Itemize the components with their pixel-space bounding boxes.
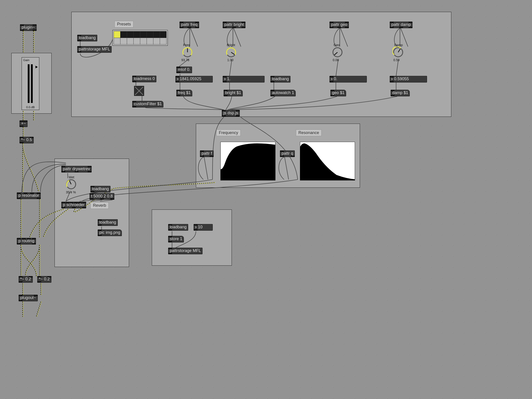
- res-table[interactable]: [300, 142, 355, 180]
- label: damp $1: [392, 90, 408, 95]
- reverb-loadbang2[interactable]: loadbang: [98, 219, 118, 226]
- label: 1.: [227, 76, 230, 81]
- sum-object[interactable]: +~: [19, 120, 27, 127]
- label: *~ 0.2: [39, 277, 50, 281]
- label: loadbang: [99, 220, 116, 224]
- label: mtof 0.: [178, 67, 190, 72]
- label: customFilter $1: [134, 101, 162, 106]
- loadmess0[interactable]: loadmess 0: [132, 76, 156, 82]
- damp-msg[interactable]: damp $1: [391, 90, 410, 96]
- label: bright $1: [225, 90, 241, 95]
- reverb-loadbang[interactable]: loadbang: [90, 186, 110, 192]
- geo-dial[interactable]: [332, 47, 343, 58]
- freq-numbox[interactable]: 1841.05925: [175, 76, 213, 82]
- geo-numbox[interactable]: 0.: [329, 76, 367, 82]
- label: 10: [198, 225, 203, 229]
- store-num10[interactable]: 10: [194, 224, 213, 231]
- freq-table[interactable]: [221, 142, 275, 180]
- damp-dial-val: 0.59: [393, 58, 399, 62]
- label: loadbang: [92, 187, 109, 191]
- label: pattr damp: [391, 22, 411, 27]
- play-icon: [331, 78, 333, 80]
- store1[interactable]: store 1: [168, 236, 184, 242]
- label: pattr geo: [331, 22, 347, 27]
- label: loadbang: [272, 76, 289, 81]
- label: pic img.png: [99, 230, 120, 235]
- mtof[interactable]: mtof 0.: [176, 67, 192, 73]
- freq-dial-val: 93.78: [181, 58, 189, 62]
- gain-slider[interactable]: Gain 0.0.dB: [22, 57, 39, 110]
- preset-grid[interactable]: [113, 30, 168, 46]
- store-pattrstorage[interactable]: pattrstorage MFL: [168, 248, 203, 254]
- damp-numbox[interactable]: 0.59055: [390, 76, 427, 82]
- label: *~ 0.2: [20, 277, 31, 281]
- pattr-q[interactable]: pattr q: [280, 150, 295, 157]
- pattrstorage-main[interactable]: pattrstorage MFL: [77, 46, 112, 53]
- loadbang-autowatch[interactable]: loadbang: [270, 76, 291, 82]
- pattr-f[interactable]: pattr f: [200, 150, 214, 157]
- label: freq $1: [178, 90, 191, 95]
- store-loadbang[interactable]: loadbang: [168, 224, 188, 231]
- half-object[interactable]: *~ 0.5: [19, 137, 34, 143]
- label: loadbang: [170, 225, 187, 229]
- frequency-label: Frequency: [216, 130, 241, 136]
- routing-object[interactable]: p routing: [17, 238, 36, 245]
- pattr-bright[interactable]: pattr bright: [223, 22, 245, 28]
- customfilter-msg[interactable]: customFilter $1: [132, 101, 163, 108]
- loadbang-presets[interactable]: loadbang: [77, 35, 97, 41]
- bright-dial[interactable]: [225, 47, 237, 58]
- label: p schroeder: [63, 203, 85, 207]
- label: 0.59055: [394, 76, 409, 81]
- reverb-label: Reverb: [90, 202, 109, 209]
- mul02a-object[interactable]: *~ 0.2: [19, 276, 33, 283]
- label: store 1: [170, 236, 182, 241]
- plugin-object[interactable]: plugin~: [20, 24, 37, 31]
- label: pattr q: [282, 151, 293, 156]
- label: p routing: [19, 239, 34, 243]
- bright-numbox[interactable]: 1.: [223, 76, 265, 82]
- damp-dial[interactable]: [393, 47, 404, 58]
- label: loadbang: [79, 35, 96, 40]
- label: t 5000 2 0.8: [91, 194, 113, 198]
- gain-db: 0.0.dB: [26, 105, 35, 109]
- autowatch-msg[interactable]: autowatch 1: [270, 90, 296, 96]
- freq-msg[interactable]: freq $1: [176, 90, 192, 96]
- picimg[interactable]: pic img.png: [98, 229, 122, 236]
- geo-dial-val: 0.00: [333, 58, 339, 62]
- jsdsp[interactable]: js dsp.js: [222, 110, 240, 117]
- pattr-drywetrev[interactable]: pattr drywetrev: [61, 166, 92, 172]
- label: 0.: [334, 76, 337, 81]
- label: 1841.05925: [180, 76, 201, 81]
- mul02b-object[interactable]: *~ 0.2: [37, 276, 51, 283]
- label: p resonator: [19, 193, 39, 198]
- play-icon: [195, 226, 197, 228]
- plugout-object[interactable]: plugout~: [19, 295, 38, 301]
- label: *~ 0.5: [21, 138, 32, 142]
- geo-msg[interactable]: geo $1: [330, 90, 346, 96]
- pattr-damp[interactable]: pattr damp: [390, 22, 412, 28]
- label: plugin~: [22, 25, 35, 30]
- wet-dial[interactable]: [65, 179, 77, 190]
- play-icon: [224, 78, 226, 80]
- bright-dial-val: 1.00: [227, 58, 233, 62]
- resonator-object[interactable]: p resonator: [17, 192, 41, 199]
- schroeder[interactable]: p schroeder: [61, 202, 86, 208]
- play-icon: [391, 78, 393, 80]
- resonance-label: Resonance: [296, 130, 322, 136]
- pattr-freq[interactable]: pattr freq: [179, 22, 199, 28]
- play-icon: [177, 78, 179, 80]
- label: geo $1: [332, 90, 344, 95]
- geo-dial-label: Geo: [334, 43, 340, 47]
- customfilter-toggle[interactable]: [134, 86, 144, 96]
- label: pattr bright: [224, 22, 244, 27]
- t5000[interactable]: t 5000 2 0.8: [89, 193, 114, 200]
- gain-label: Gain: [23, 58, 29, 62]
- freq-dial[interactable]: [182, 47, 193, 58]
- bright-msg[interactable]: bright $1: [224, 90, 243, 96]
- pattr-geo[interactable]: pattr geo: [329, 22, 349, 28]
- label: pattr f: [202, 151, 212, 156]
- store-panel: [152, 209, 232, 266]
- reverb-panel: [55, 158, 129, 267]
- label: pattrstorage MFL: [170, 248, 201, 253]
- bright-dial-label: Bright: [227, 43, 235, 47]
